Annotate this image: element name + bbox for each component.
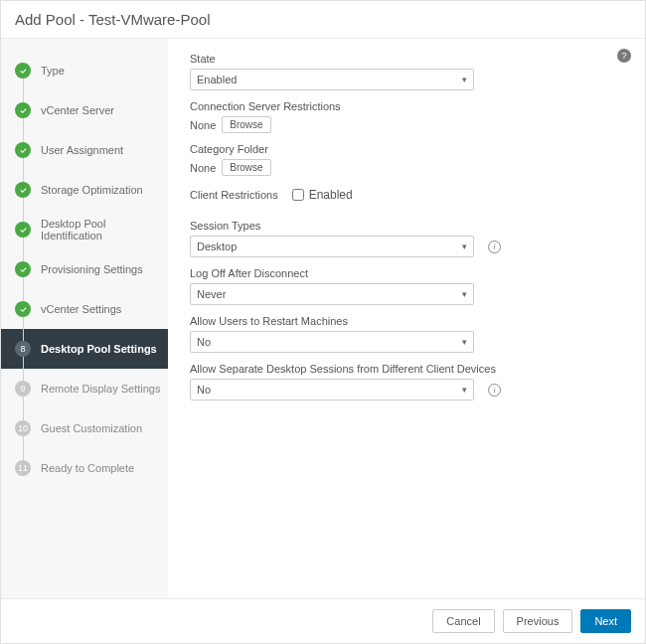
logoff-value: Never <box>197 288 226 300</box>
restart-select[interactable]: No ▾ <box>190 331 474 353</box>
session-types-select[interactable]: Desktop ▾ <box>190 236 474 257</box>
session-types-label: Session Types <box>190 220 623 232</box>
wizard-step-label: User Assignment <box>41 144 123 156</box>
step-connector <box>23 357 24 381</box>
category-folder-label: Category Folder <box>190 143 623 155</box>
step-number-icon: 8 <box>15 341 31 357</box>
category-browse-button[interactable]: Browse <box>222 159 270 176</box>
logoff-select[interactable]: Never ▾ <box>190 283 474 305</box>
step-number-icon: 9 <box>15 381 31 397</box>
wizard-step[interactable]: vCenter Settings <box>1 289 168 329</box>
step-connector <box>23 277 24 301</box>
csr-value: None <box>190 119 216 131</box>
separate-sessions-value: No <box>197 384 211 396</box>
wizard-sidebar: TypevCenter ServerUser AssignmentStorage… <box>1 39 168 598</box>
step-connector <box>23 79 24 102</box>
step-number-icon: 11 <box>15 460 31 476</box>
wizard-step[interactable]: 11Ready to Complete <box>1 448 168 488</box>
next-button[interactable]: Next <box>580 609 631 633</box>
previous-button[interactable]: Previous <box>503 609 573 633</box>
wizard-step[interactable]: 8Desktop Pool Settings <box>1 329 168 369</box>
wizard-step[interactable]: vCenter Server <box>1 90 168 130</box>
wizard-step[interactable]: Type <box>1 51 168 90</box>
step-number-icon: 10 <box>15 420 31 436</box>
wizard-step[interactable]: Storage Optimization <box>1 170 168 210</box>
check-icon <box>15 63 31 79</box>
client-restrictions-checkbox[interactable] <box>292 189 304 201</box>
client-restrictions-label: Client Restrictions <box>190 189 278 201</box>
dialog-title: Add Pool - Test-VMware-Pool <box>1 1 645 39</box>
check-icon <box>15 222 31 238</box>
wizard-step[interactable]: User Assignment <box>1 130 168 170</box>
csr-label: Connection Server Restrictions <box>190 100 623 112</box>
category-folder-value: None <box>190 162 216 174</box>
dialog-body: TypevCenter ServerUser AssignmentStorage… <box>1 39 645 598</box>
help-icon[interactable]: ? <box>617 49 631 63</box>
step-connector <box>23 198 24 222</box>
wizard-step-label: Desktop Pool Settings <box>41 343 157 355</box>
restart-value: No <box>197 336 211 348</box>
step-connector <box>23 436 24 460</box>
form-panel: ? State Enabled ▾ Connection Server Rest… <box>168 39 645 598</box>
dialog-footer: Cancel Previous Next <box>1 598 645 643</box>
check-icon <box>15 261 31 277</box>
wizard-step-label: vCenter Server <box>41 104 114 116</box>
cancel-button[interactable]: Cancel <box>432 609 494 633</box>
chevron-down-icon: ▾ <box>462 242 467 251</box>
state-select[interactable]: Enabled ▾ <box>190 69 474 90</box>
step-connector <box>23 397 24 420</box>
restart-label: Allow Users to Restart Machines <box>190 315 623 327</box>
separate-sessions-label: Allow Separate Desktop Sessions from Dif… <box>190 363 623 375</box>
session-types-value: Desktop <box>197 241 237 252</box>
check-icon <box>15 182 31 198</box>
client-restrictions-cb-label: Enabled <box>309 188 353 202</box>
wizard-step[interactable]: 10Guest Customization <box>1 408 168 448</box>
state-value: Enabled <box>197 74 237 85</box>
info-icon[interactable]: i <box>488 384 501 397</box>
wizard-step-label: Storage Optimization <box>41 184 143 196</box>
wizard-step-label: Type <box>41 65 65 77</box>
info-icon[interactable]: i <box>488 241 501 253</box>
wizard-step-label: Remote Display Settings <box>41 383 160 395</box>
chevron-down-icon: ▾ <box>462 337 467 347</box>
client-restrictions-checkbox-wrap[interactable]: Enabled <box>292 188 353 202</box>
logoff-label: Log Off After Disconnect <box>190 267 623 279</box>
chevron-down-icon: ▾ <box>462 385 467 395</box>
wizard-step-label: Ready to Complete <box>41 462 134 474</box>
step-connector <box>23 317 24 341</box>
chevron-down-icon: ▾ <box>462 75 467 84</box>
wizard-step-label: Guest Customization <box>41 422 142 434</box>
wizard-step[interactable]: Desktop Pool Identification <box>1 210 168 249</box>
check-icon <box>15 102 31 118</box>
wizard-step-label: vCenter Settings <box>41 303 121 315</box>
separate-sessions-select[interactable]: No ▾ <box>190 379 474 401</box>
wizard-step[interactable]: Provisioning Settings <box>1 249 168 289</box>
state-label: State <box>190 53 623 65</box>
step-connector <box>23 238 24 261</box>
chevron-down-icon: ▾ <box>462 289 467 299</box>
wizard-step-label: Desktop Pool Identification <box>41 218 168 242</box>
step-connector <box>23 158 24 182</box>
wizard-step[interactable]: 9Remote Display Settings <box>1 369 168 408</box>
check-icon <box>15 301 31 317</box>
add-pool-dialog: Add Pool - Test-VMware-Pool TypevCenter … <box>0 0 646 644</box>
step-connector <box>23 118 24 142</box>
wizard-step-label: Provisioning Settings <box>41 263 143 275</box>
check-icon <box>15 142 31 158</box>
csr-browse-button[interactable]: Browse <box>222 116 270 133</box>
